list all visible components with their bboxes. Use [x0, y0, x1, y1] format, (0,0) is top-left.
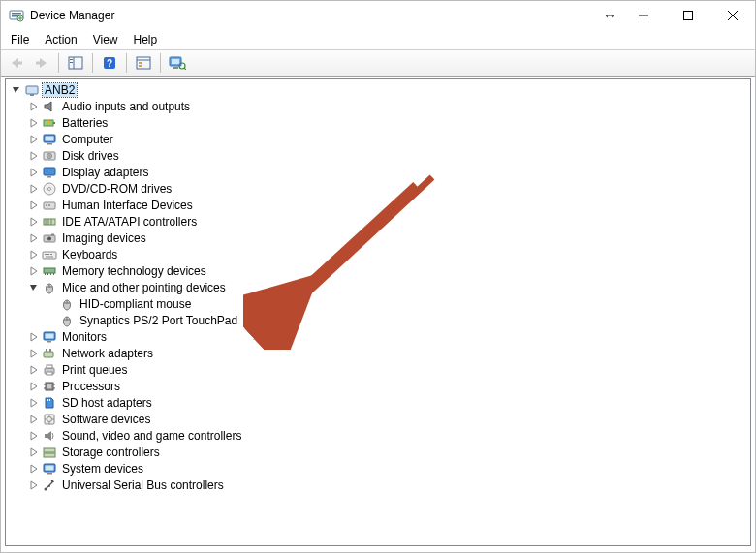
menu-action[interactable]: Action	[37, 31, 84, 48]
root-icon	[24, 82, 40, 98]
tree-item-label[interactable]: Mice and other pointing devices	[60, 281, 228, 294]
tree-item-label[interactable]: Batteries	[60, 116, 110, 130]
expand-icon[interactable]	[27, 413, 41, 426]
tree-item-label[interactable]: DVD/CD-ROM drives	[60, 182, 173, 196]
collapse-icon[interactable]	[10, 83, 23, 97]
tree-category[interactable]: Storage controllers	[6, 444, 750, 460]
expand-icon[interactable]	[27, 215, 41, 229]
tree-category[interactable]: Computer	[6, 131, 750, 147]
expand-icon[interactable]	[27, 116, 41, 130]
expand-icon[interactable]	[27, 347, 41, 360]
tree-category[interactable]: IDE ATA/ATAPI controllers	[6, 213, 750, 230]
tree-category[interactable]: Imaging devices	[6, 230, 750, 246]
tree-category[interactable]: Software devices	[6, 411, 750, 427]
svg-rect-91	[47, 473, 52, 475]
expand-icon[interactable]	[27, 199, 41, 212]
tree-item-label[interactable]: SD host adapters	[60, 396, 154, 410]
tree-category[interactable]: Keyboards	[6, 246, 750, 262]
close-button[interactable]	[710, 1, 755, 30]
printer-icon	[42, 362, 57, 378]
expand-icon[interactable]	[27, 133, 41, 146]
expand-icon[interactable]	[27, 478, 41, 492]
app-icon	[9, 8, 24, 23]
tree-category[interactable]: Disk drives	[6, 147, 750, 164]
dvd-icon	[42, 181, 57, 197]
show-hide-tree-button[interactable]	[64, 52, 87, 74]
expand-icon[interactable]	[27, 462, 41, 476]
tree-item-label[interactable]: Storage controllers	[60, 445, 162, 459]
tree-item-label[interactable]: System devices	[60, 462, 145, 476]
collapse-icon[interactable]	[27, 281, 41, 294]
help-button[interactable]: ?	[98, 52, 121, 74]
tree-item-label[interactable]: Processors	[60, 380, 122, 393]
tree-item-label[interactable]: Software devices	[60, 413, 152, 426]
window-title: Device Manager	[30, 9, 598, 22]
expand-icon[interactable]	[27, 231, 41, 245]
menubar: File Action View Help	[1, 30, 755, 49]
tree-category[interactable]: Human Interface Devices	[6, 197, 750, 213]
expand-icon[interactable]	[27, 330, 41, 344]
tree-category[interactable]: Memory technology devices	[6, 262, 750, 279]
tree-category[interactable]: SD host adapters	[6, 394, 750, 411]
tree-category[interactable]: System devices	[6, 460, 750, 476]
tree-item-label[interactable]: Human Interface Devices	[60, 199, 195, 212]
scan-hardware-button[interactable]	[166, 52, 189, 74]
tree-root[interactable]: ANB2	[6, 81, 750, 98]
tree-item-label[interactable]: Keyboards	[60, 248, 119, 261]
svg-point-34	[48, 155, 50, 157]
tree-item-label[interactable]: Universal Serial Bus controllers	[60, 478, 226, 492]
expand-icon[interactable]	[27, 100, 41, 113]
tree-device[interactable]: Synaptics PS/2 Port TouchPad	[6, 312, 750, 328]
storage-icon	[42, 445, 57, 460]
expand-icon[interactable]	[27, 429, 41, 443]
expand-icon[interactable]	[27, 248, 41, 261]
expand-icon[interactable]	[27, 445, 41, 459]
tree-item-label[interactable]: Print queues	[60, 363, 129, 377]
forward-button[interactable]	[30, 52, 53, 74]
tree-item-label[interactable]: Computer	[60, 133, 115, 146]
tree-item-label[interactable]: IDE ATA/ATAPI controllers	[60, 215, 199, 229]
tree-item-label[interactable]: HID-compliant mouse	[78, 297, 193, 311]
menu-help[interactable]: Help	[126, 31, 166, 48]
tree-category[interactable]: Display adapters	[6, 164, 750, 180]
expand-icon[interactable]	[27, 149, 41, 163]
expand-icon[interactable]	[27, 264, 41, 278]
tree-category[interactable]: Print queues	[6, 361, 750, 378]
expand-icon[interactable]	[27, 182, 41, 196]
tree-category[interactable]: Universal Serial Bus controllers	[6, 476, 750, 493]
tree-item-label[interactable]: Network adapters	[60, 347, 155, 360]
tree-item-label[interactable]: Memory technology devices	[60, 264, 208, 278]
expand-icon[interactable]	[27, 166, 41, 179]
sound-icon	[42, 428, 57, 444]
tree-category[interactable]: Sound, video and game controllers	[6, 427, 750, 444]
maximize-button[interactable]	[666, 1, 710, 30]
expand-icon[interactable]	[27, 396, 41, 410]
tree-item-label[interactable]: Monitors	[60, 330, 109, 344]
tree-item-label[interactable]: ANB2	[43, 83, 77, 97]
tree-item-label[interactable]: Synaptics PS/2 Port TouchPad	[78, 314, 239, 327]
tree-category[interactable]: Batteries	[6, 114, 750, 131]
tree-category[interactable]: Audio inputs and outputs	[6, 98, 750, 114]
tree-device[interactable]: HID-compliant mouse	[6, 295, 750, 312]
minimize-button[interactable]	[621, 1, 666, 30]
tree-category[interactable]: Mice and other pointing devices	[6, 279, 750, 295]
imaging-icon	[42, 230, 57, 246]
mouse-icon	[59, 313, 75, 328]
tree-item-label[interactable]: Audio inputs and outputs	[60, 100, 192, 113]
tree-item-label[interactable]: Imaging devices	[60, 231, 148, 245]
tree-category[interactable]: Monitors	[6, 328, 750, 345]
properties-button[interactable]	[132, 52, 155, 74]
tree-category[interactable]: DVD/CD-ROM drives	[6, 180, 750, 197]
svg-rect-58	[53, 273, 54, 275]
tree-category[interactable]: Processors	[6, 378, 750, 394]
expand-icon[interactable]	[27, 380, 41, 393]
back-button[interactable]	[5, 52, 28, 74]
tree-item-label[interactable]: Display adapters	[60, 166, 150, 179]
menu-view[interactable]: View	[85, 31, 126, 48]
expand-icon[interactable]	[27, 363, 41, 377]
tree-item-label[interactable]: Disk drives	[60, 149, 121, 163]
device-tree[interactable]: ANB2Audio inputs and outputsBatteriesCom…	[5, 78, 751, 546]
tree-category[interactable]: Network adapters	[6, 345, 750, 361]
tree-item-label[interactable]: Sound, video and game controllers	[60, 429, 243, 443]
menu-file[interactable]: File	[3, 31, 37, 48]
